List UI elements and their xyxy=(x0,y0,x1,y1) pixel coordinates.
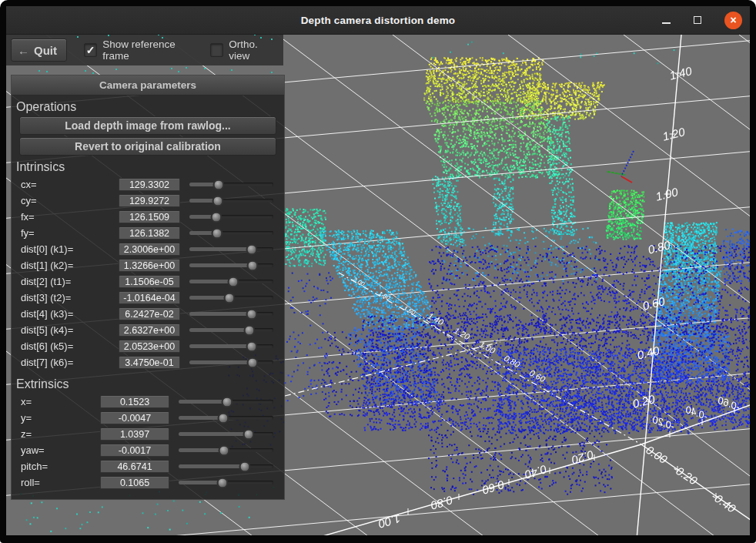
ortho-view-checkbox[interactable] xyxy=(210,43,223,57)
slider-knob[interactable] xyxy=(212,195,224,206)
slider-knob[interactable] xyxy=(211,227,222,239)
point-speck xyxy=(254,35,256,35)
param-row-fy: fy=126.1382 xyxy=(16,225,279,241)
slider-knob[interactable] xyxy=(217,412,229,424)
dist2-slider[interactable] xyxy=(189,276,273,287)
intrinsics-section-label: Intrinsics xyxy=(16,158,279,176)
param-label: dist[5] (k4)= xyxy=(16,324,119,336)
slider-knob[interactable] xyxy=(227,276,239,287)
dist1-value-field[interactable]: 1.3266e+00 xyxy=(119,259,180,272)
point-speck xyxy=(158,35,159,35)
show-reference-frame-checkbox[interactable]: ✓ xyxy=(84,43,97,57)
dist5-slider[interactable] xyxy=(189,324,273,336)
param-label: fx= xyxy=(16,211,119,223)
slider-knob[interactable] xyxy=(243,428,255,440)
point-speck xyxy=(271,72,273,73)
z-value-field[interactable]: 1.0397 xyxy=(100,427,169,441)
slider-knob[interactable] xyxy=(210,211,222,223)
param-row-y: y=-0.0047 xyxy=(16,410,279,426)
titlebar[interactable]: Depth camera distortion demo × xyxy=(6,6,750,35)
dist4-value-field[interactable]: 6.2427e-02 xyxy=(119,307,180,320)
dist7-value-field[interactable]: 3.4750e-01 xyxy=(119,356,180,369)
slider-knob[interactable] xyxy=(224,292,236,303)
dist1-slider[interactable] xyxy=(189,260,273,271)
point-speck xyxy=(171,68,172,69)
slider-knob[interactable] xyxy=(219,444,230,456)
param-label: z= xyxy=(16,428,100,440)
maximize-button[interactable] xyxy=(694,13,701,27)
param-label: dist[2] (t1)= xyxy=(16,276,119,287)
param-row-roll: roll=0.1065 xyxy=(16,474,279,491)
close-button[interactable]: × xyxy=(724,12,742,29)
param-row-pitch: pitch=46.6741 xyxy=(16,458,279,474)
point-speck xyxy=(260,37,262,39)
point-speck xyxy=(186,67,187,69)
revert-calibration-button[interactable]: Revert to original calibration xyxy=(19,137,276,156)
slider-knob[interactable] xyxy=(239,461,251,472)
slider-knob[interactable] xyxy=(246,340,257,352)
param-label: roll= xyxy=(16,477,100,488)
left-arrow-icon: ← xyxy=(18,44,29,57)
extrinsics-section-label: Extrinsics xyxy=(16,375,279,394)
yaw-value-field[interactable]: -0.0017 xyxy=(100,444,169,457)
roll-value-field[interactable]: 0.1065 xyxy=(100,476,169,489)
dist5-value-field[interactable]: 2.6327e+00 xyxy=(119,323,180,337)
param-row-dist5: dist[5] (k4)=2.6327e+00 xyxy=(16,322,279,338)
point-speck xyxy=(115,69,117,70)
y-value-field[interactable]: -0.0047 xyxy=(100,411,169,424)
slider-knob[interactable] xyxy=(221,396,232,407)
dist3-value-field[interactable]: -1.0164e-04 xyxy=(119,291,180,304)
point-speck xyxy=(271,39,273,40)
dist7-slider[interactable] xyxy=(189,357,273,368)
yaw-slider[interactable] xyxy=(179,444,273,456)
slider-knob[interactable] xyxy=(216,477,228,488)
param-label: cy= xyxy=(16,195,119,206)
param-row-dist1: dist[1] (k2)=1.3266e+00 xyxy=(16,257,279,273)
panel-header[interactable]: Camera parameters xyxy=(12,75,284,96)
load-depth-image-button[interactable]: Load depth image from rawlog... xyxy=(19,116,276,135)
fy-value-field[interactable]: 126.1382 xyxy=(119,226,180,240)
dist6-slider[interactable] xyxy=(189,340,273,352)
slider-knob[interactable] xyxy=(213,179,225,190)
dist6-value-field[interactable]: 2.0523e+00 xyxy=(119,340,180,353)
param-row-dist3: dist[3] (t2)=-1.0164e-04 xyxy=(16,290,279,306)
cy-slider[interactable] xyxy=(189,195,273,206)
param-label: pitch= xyxy=(16,461,100,472)
slider-knob[interactable] xyxy=(244,324,256,336)
maximize-icon xyxy=(694,16,701,24)
y-slider[interactable] xyxy=(179,412,273,424)
dist0-slider[interactable] xyxy=(189,243,273,255)
z-slider[interactable] xyxy=(179,428,273,440)
pitch-value-field[interactable]: 46.6741 xyxy=(100,460,169,473)
minimize-icon xyxy=(662,22,671,24)
dist4-slider[interactable] xyxy=(189,308,273,320)
slider-knob[interactable] xyxy=(246,243,257,255)
quit-button[interactable]: ← Quit xyxy=(11,39,67,62)
fx-slider[interactable] xyxy=(189,211,273,223)
fx-value-field[interactable]: 126.1509 xyxy=(119,210,180,223)
toolbar: ← Quit ✓ Show reference frame Ortho. vie… xyxy=(6,35,283,65)
roll-slider[interactable] xyxy=(179,477,273,488)
slider-knob[interactable] xyxy=(246,260,258,271)
dist2-value-field[interactable]: 1.1506e-05 xyxy=(119,275,180,288)
x-value-field[interactable]: 0.1523 xyxy=(100,395,169,408)
quit-label: Quit xyxy=(34,44,57,57)
param-label: yaw= xyxy=(16,444,100,456)
fy-slider[interactable] xyxy=(189,227,273,239)
pitch-slider[interactable] xyxy=(179,461,273,472)
point-speck xyxy=(231,69,232,71)
slider-knob[interactable] xyxy=(246,357,258,368)
dist0-value-field[interactable]: 2.3006e+00 xyxy=(119,243,180,256)
param-label: dist[1] (k2)= xyxy=(16,260,119,271)
minimize-button[interactable] xyxy=(662,13,671,27)
cx-value-field[interactable]: 129.3302 xyxy=(119,178,180,191)
slider-knob[interactable] xyxy=(246,308,257,320)
point-speck xyxy=(46,71,48,72)
cx-slider[interactable] xyxy=(189,179,273,190)
x-slider[interactable] xyxy=(179,396,273,407)
param-label: dist[4] (k3)= xyxy=(16,308,119,320)
dist3-slider[interactable] xyxy=(189,292,273,303)
cy-value-field[interactable]: 129.9272 xyxy=(119,194,180,207)
ortho-view-label: Ortho. view xyxy=(229,39,279,62)
point-speck xyxy=(38,70,40,72)
